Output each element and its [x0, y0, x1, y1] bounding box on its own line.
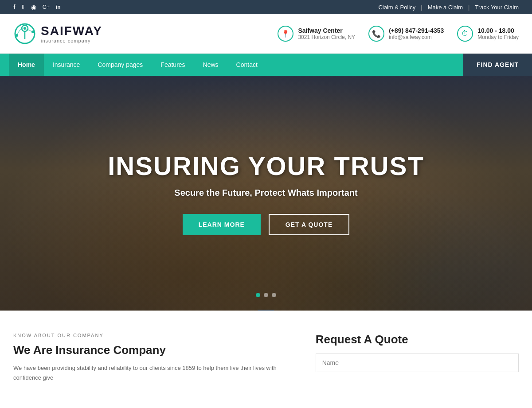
- hero-title: INSURING YOUR TRUST: [108, 151, 424, 181]
- phone-info: (+89) 847-291-4353 info@saifway.com: [389, 27, 444, 40]
- dot-2[interactable]: [264, 293, 268, 297]
- home-nav[interactable]: Home: [9, 54, 44, 76]
- dot-3[interactable]: [272, 293, 276, 297]
- phone-contact: 📞 (+89) 847-291-4353 info@saifway.com: [368, 26, 444, 42]
- find-agent-button[interactable]: FIND AGENT: [463, 54, 532, 76]
- contact-nav[interactable]: Contact: [227, 54, 266, 76]
- company-pages-nav[interactable]: Company pages: [89, 54, 152, 76]
- logo-tagline: insurance company: [41, 38, 102, 43]
- quote-title: Request A Quote: [316, 333, 519, 346]
- hero-content: INSURING YOUR TRUST Secure the Future, P…: [108, 151, 424, 235]
- googleplus-link[interactable]: G+: [43, 4, 50, 10]
- logo-icon: [13, 22, 36, 45]
- linkedin-link[interactable]: in: [56, 4, 61, 10]
- location-icon: 📍: [278, 26, 293, 42]
- phone-icon: 📞: [368, 26, 384, 42]
- hero-buttons: LEARN MORE GET A QUOTE: [108, 214, 424, 235]
- insurance-nav[interactable]: Insurance: [44, 54, 89, 76]
- company-text: We have been providing stability and rel…: [13, 363, 298, 383]
- location-info: Saifway Center 3021 Horizon Circle, NY: [298, 27, 355, 40]
- location-main: Saifway Center: [298, 27, 355, 34]
- logo-name: SAIFWAY: [41, 24, 102, 38]
- track-claim-link[interactable]: Track Your Claim: [475, 4, 519, 11]
- site-header: SAIFWAY insurance company 📍 Saifway Cent…: [0, 14, 532, 54]
- features-nav[interactable]: Features: [152, 54, 194, 76]
- company-title: We Are Insurance Company: [13, 343, 298, 357]
- twitter-link[interactable]: 𝘁: [22, 4, 25, 11]
- learn-more-button[interactable]: LEARN MORE: [183, 214, 261, 235]
- phone-main: (+89) 847-291-4353: [389, 27, 444, 34]
- main-nav: Home Insurance Company pages Features Ne…: [0, 54, 532, 76]
- hours-main: 10.00 - 18.00: [477, 27, 519, 34]
- quote-form: Request A Quote: [316, 333, 519, 383]
- separator-2: |: [468, 4, 469, 11]
- hours-info: 10.00 - 18.00 Monday to Friday: [477, 27, 519, 40]
- make-claim-link[interactable]: Make a Claim: [428, 4, 463, 11]
- clock-icon: ⏱: [457, 26, 473, 42]
- claim-policy-link[interactable]: Claim & Policy: [378, 4, 415, 11]
- company-label: KNOW ABOUT OUR COMPANY: [13, 333, 298, 338]
- header-contacts: 📍 Saifway Center 3021 Horizon Circle, NY…: [278, 26, 519, 42]
- hours-sub: Monday to Friday: [477, 34, 519, 40]
- social-links: f 𝘁 ◉ G+ in: [13, 4, 61, 11]
- logo-text: SAIFWAY insurance company: [41, 24, 102, 43]
- hero-dots: [256, 293, 276, 297]
- logo[interactable]: SAIFWAY insurance company: [13, 22, 102, 45]
- name-input[interactable]: [316, 354, 519, 372]
- company-info: KNOW ABOUT OUR COMPANY We Are Insurance …: [13, 333, 298, 383]
- hero-section: INSURING YOUR TRUST Secure the Future, P…: [0, 76, 532, 311]
- hero-arrow: [257, 310, 275, 311]
- location-sub: 3021 Horizon Circle, NY: [298, 34, 355, 40]
- bottom-section: KNOW ABOUT OUR COMPANY We Are Insurance …: [0, 311, 532, 396]
- phone-sub: info@saifway.com: [389, 34, 444, 40]
- location-contact: 📍 Saifway Center 3021 Horizon Circle, NY: [278, 26, 355, 42]
- nav-items: Home Insurance Company pages Features Ne…: [0, 54, 463, 76]
- hero-subtitle: Secure the Future, Protect Whats Importa…: [108, 188, 424, 198]
- news-nav[interactable]: News: [194, 54, 227, 76]
- top-bar: f 𝘁 ◉ G+ in Claim & Policy | Make a Clai…: [0, 0, 532, 14]
- hours-contact: ⏱ 10.00 - 18.00 Monday to Friday: [457, 26, 519, 42]
- instagram-link[interactable]: ◉: [31, 4, 36, 11]
- dot-1[interactable]: [256, 293, 260, 297]
- facebook-link[interactable]: f: [13, 4, 16, 11]
- top-nav-links: Claim & Policy | Make a Claim | Track Yo…: [378, 4, 519, 11]
- get-quote-button[interactable]: GET A QUOTE: [269, 214, 349, 235]
- separator-1: |: [421, 4, 422, 11]
